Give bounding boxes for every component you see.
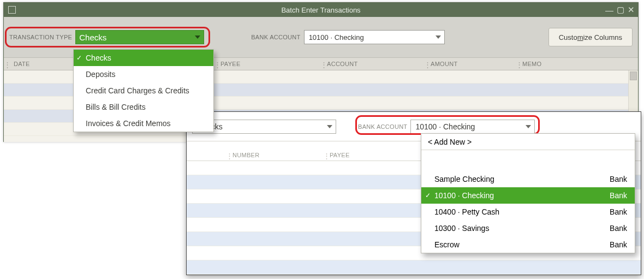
dropdown-icon bbox=[195, 35, 200, 39]
transaction-type-combo[interactable]: Checks bbox=[75, 30, 204, 44]
transaction-type-label: TRANSACTION TYPE bbox=[9, 34, 72, 40]
account-list-spacer bbox=[421, 150, 635, 171]
front-bank-value: 10100 · Checking bbox=[415, 122, 475, 131]
scroll-thumb[interactable] bbox=[630, 72, 637, 80]
account-add-new[interactable]: < Add New > bbox=[421, 134, 635, 150]
menu-item-invoices-credit-memos[interactable]: Invoices & Credit Memos bbox=[74, 115, 213, 132]
dropdown-icon bbox=[436, 35, 441, 39]
bank-account-combo[interactable]: 10100 · Checking bbox=[304, 30, 445, 44]
col-payee[interactable]: PAYEE bbox=[214, 61, 320, 67]
transaction-type-value: Checks bbox=[79, 33, 106, 42]
col-memo[interactable]: MEMO bbox=[516, 61, 638, 67]
front-panel: Checks BANK ACCOUNT 10100 · Checking NUM… bbox=[186, 111, 641, 275]
front-col-number[interactable]: NUMBER bbox=[226, 152, 323, 158]
bank-account-value: 10100 · Checking bbox=[309, 33, 364, 41]
minimize-icon[interactable]: — bbox=[605, 5, 613, 15]
transaction-type-menu[interactable]: Checks Deposits Credit Card Charges & Cr… bbox=[73, 49, 214, 132]
titlebar: Batch Enter Transactions — ▢ ✕ bbox=[4, 3, 638, 17]
dropdown-icon bbox=[327, 125, 332, 128]
customize-columns-button[interactable]: Customize Columns bbox=[548, 28, 633, 46]
menu-item-checks[interactable]: Checks bbox=[74, 50, 213, 66]
maximize-icon[interactable]: ▢ bbox=[617, 5, 624, 15]
account-item-10100-checking[interactable]: 10100 · Checking Bank bbox=[421, 187, 635, 204]
front-col-payee[interactable]: PAYEE bbox=[323, 152, 350, 158]
front-bank-combo[interactable]: 10100 · Checking bbox=[410, 120, 535, 134]
bank-account-list[interactable]: < Add New > Sample Checking Bank 10100 ·… bbox=[421, 133, 635, 253]
dropdown-icon bbox=[526, 125, 531, 128]
bank-account-label: BANK ACCOUNT bbox=[251, 34, 300, 40]
col-amount[interactable]: AMOUNT bbox=[424, 61, 516, 67]
close-icon[interactable]: ✕ bbox=[628, 5, 635, 15]
menu-item-bills-bill-credits[interactable]: Bills & Bill Credits bbox=[74, 99, 213, 115]
menu-item-cc-charges-credits[interactable]: Credit Card Charges & Credits bbox=[74, 82, 213, 99]
account-item-10300-savings[interactable]: 10300 · Savings Bank bbox=[421, 220, 635, 236]
menu-item-deposits[interactable]: Deposits bbox=[74, 66, 213, 82]
col-account[interactable]: ACCOUNT bbox=[320, 61, 424, 67]
window-system-icon[interactable] bbox=[8, 6, 16, 14]
front-bank-label: BANK ACCOUNT bbox=[358, 123, 407, 130]
account-item-10400-petty-cash[interactable]: 10400 · Petty Cash Bank bbox=[421, 204, 635, 220]
account-item-escrow[interactable]: Escrow Bank bbox=[421, 236, 635, 253]
window-title: Batch Enter Transactions bbox=[4, 6, 638, 14]
account-item-sample-checking[interactable]: Sample Checking Bank bbox=[421, 171, 635, 187]
grid-row[interactable] bbox=[187, 260, 641, 275]
